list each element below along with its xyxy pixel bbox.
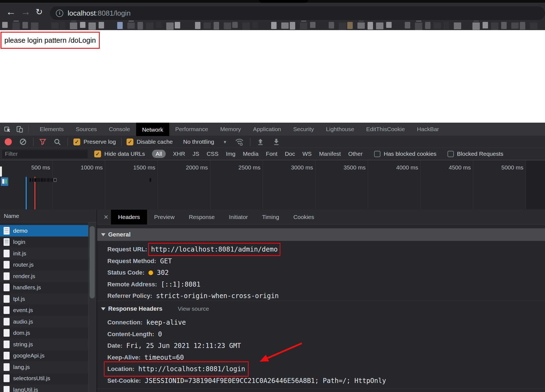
detail-tab-headers[interactable]: Headers	[111, 210, 147, 224]
throttling-select[interactable]: No throttling	[183, 139, 214, 145]
filter-type-xhr[interactable]: XHR	[173, 151, 185, 157]
bookmark-blur-block	[60, 22, 65, 30]
detail-tab-initiator[interactable]: Initiator	[222, 210, 255, 224]
request-name: googleApi.js	[13, 352, 44, 359]
filter-type-all[interactable]: All	[152, 150, 165, 158]
close-icon[interactable]: ×	[104, 213, 108, 221]
file-icon	[4, 272, 10, 280]
devtools-tab-security[interactable]: Security	[287, 123, 320, 136]
filter-input[interactable]	[2, 149, 88, 158]
filter-type-img[interactable]: Img	[226, 151, 236, 157]
filter-type-manifest[interactable]: Manifest	[319, 151, 341, 157]
timeline-left-handle[interactable]	[0, 166, 2, 177]
header-label: Location:	[107, 365, 134, 373]
import-har-icon[interactable]	[257, 138, 264, 146]
filter-type-js[interactable]: JS	[193, 151, 199, 157]
device-toolbar-icon[interactable]	[16, 125, 24, 133]
has-blocked-cookies-checkbox[interactable]	[374, 151, 380, 157]
has-blocked-cookies-label[interactable]: Has blocked cookies	[384, 151, 437, 157]
devtools-tab-console[interactable]: Console	[103, 123, 136, 136]
view-source-link[interactable]: View source	[178, 305, 209, 312]
name-column-header[interactable]: Name	[0, 210, 96, 222]
request-row-lang-js[interactable]: lang.js	[0, 361, 96, 373]
hide-data-urls-label[interactable]: Hide data URLs	[104, 151, 145, 157]
filter-type-css[interactable]: CSS	[206, 151, 218, 157]
file-icon	[4, 318, 10, 325]
devtools-tabbar: ElementsSourcesConsoleNetworkPerformance…	[0, 123, 545, 136]
request-row-router-js[interactable]: router.js	[0, 259, 96, 271]
devtools-tab-elements[interactable]: Elements	[34, 123, 70, 136]
filter-icon[interactable]	[39, 138, 47, 146]
detail-tab-preview[interactable]: Preview	[147, 210, 182, 224]
header-label: Date:	[107, 342, 122, 349]
request-row-dom-js[interactable]: dom.js	[0, 327, 96, 339]
preserve-log-checkbox[interactable]: ✓	[73, 139, 80, 145]
header-label: Remote Address:	[107, 281, 157, 288]
network-overview-timeline[interactable]: 500 ms1000 ms1500 ms2000 ms2500 ms3000 m…	[0, 160, 545, 209]
search-icon[interactable]	[54, 138, 61, 146]
devtools-tab-performance[interactable]: Performance	[169, 123, 214, 136]
forward-icon[interactable]: →	[21, 3, 31, 21]
bookmark-blur-block	[88, 22, 96, 30]
devtools-tab-network[interactable]: Network	[136, 123, 169, 137]
scrollbar-thumb[interactable]	[90, 226, 95, 298]
network-conditions-icon[interactable]	[235, 138, 244, 146]
blocked-requests-label[interactable]: Blocked Requests	[457, 151, 503, 157]
export-har-icon[interactable]	[273, 138, 280, 146]
chevron-down-icon[interactable]: ▼	[223, 140, 227, 144]
header-value: http://localhost:8081/admin/demo	[151, 246, 277, 253]
devtools-tab-lighthouse[interactable]: Lighthouse	[320, 123, 360, 136]
header-value: 302	[157, 269, 169, 276]
preserve-log-label[interactable]: Preserve log	[84, 139, 116, 145]
general-section-header[interactable]: General	[97, 228, 545, 241]
bookmarks-bar-blurred	[0, 21, 545, 30]
record-icon[interactable]	[5, 138, 12, 145]
devtools-tab-sources[interactable]: Sources	[70, 123, 103, 136]
request-row-render-js[interactable]: render.js	[0, 270, 96, 282]
back-icon[interactable]: ←	[6, 3, 16, 21]
disable-cache-checkbox[interactable]: ✓	[127, 139, 133, 145]
request-row-googleapi-js[interactable]: googleApi.js	[0, 350, 96, 362]
detail-tab-response[interactable]: Response	[182, 210, 222, 224]
inspect-element-icon[interactable]	[4, 125, 12, 133]
filter-type-doc[interactable]: Doc	[285, 151, 295, 157]
file-icon	[4, 295, 10, 303]
bookmark-blur-block	[214, 22, 219, 30]
request-row-tpl-js[interactable]: tpl.js	[0, 293, 96, 305]
request-name: tpl.js	[13, 296, 25, 302]
site-info-icon[interactable]: i	[56, 10, 63, 17]
devtools-tab-hackbar[interactable]: HackBar	[411, 123, 445, 136]
request-row-langutil-js[interactable]: langUtil.js	[0, 384, 96, 392]
detail-tabs: HeadersPreviewResponseInitiatorTimingCoo…	[111, 210, 321, 224]
devtools-tab-editthiscookie[interactable]: EditThisCookie	[360, 123, 411, 136]
request-row-demo[interactable]: demo	[0, 225, 96, 237]
request-row-handlers-js[interactable]: handlers.js	[0, 282, 96, 293]
detail-tab-timing[interactable]: Timing	[255, 210, 286, 224]
filter-type-media[interactable]: Media	[243, 151, 259, 157]
request-row-selectorsutil-js[interactable]: selectorsUtil.js	[0, 373, 96, 384]
request-row-init-js[interactable]: init.js	[0, 248, 96, 259]
file-icon	[4, 329, 10, 337]
reload-icon[interactable]: ↻	[36, 3, 43, 21]
detail-tab-cookies[interactable]: Cookies	[286, 210, 321, 224]
url-text[interactable]: localhost:8081/login	[68, 9, 131, 18]
disable-cache-label[interactable]: Disable cache	[137, 139, 173, 145]
devtools-tab-memory[interactable]: Memory	[214, 123, 247, 136]
request-row-audio-js[interactable]: audio.js	[0, 316, 96, 327]
filter-type-ws[interactable]: WS	[302, 151, 312, 157]
request-row-event-js[interactable]: event.js	[0, 305, 96, 316]
request-row-login[interactable]: login	[0, 237, 96, 248]
request-row-string-js[interactable]: string.js	[0, 339, 96, 350]
filter-type-other[interactable]: Other	[348, 151, 363, 157]
request-name: langUtil.js	[13, 387, 38, 392]
address-bar[interactable]: i localhost:8081/login	[50, 6, 545, 20]
devtools-tab-application[interactable]: Application	[247, 123, 287, 136]
bookmark-blur-block	[31, 22, 38, 30]
blocked-requests-checkbox[interactable]	[448, 151, 454, 157]
bookmark-blur-block	[491, 22, 498, 30]
response-headers-section-header[interactable]: Response Headers View source	[97, 304, 209, 314]
clear-icon[interactable]	[19, 138, 27, 145]
hide-data-urls-checkbox[interactable]: ✓	[94, 151, 101, 157]
filter-type-font[interactable]: Font	[266, 151, 277, 157]
file-icon	[4, 341, 10, 348]
